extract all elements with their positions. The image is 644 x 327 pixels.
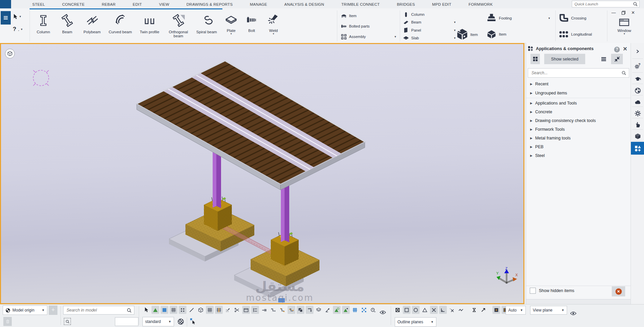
expand-triangle-icon[interactable]: ▶ [530,128,532,131]
expand-panel-button[interactable] [631,46,644,57]
select-grid-icon[interactable] [170,306,177,314]
tree-item-metal-framing[interactable]: ▶Metal framing tools [526,134,631,142]
ribbon-button-spiral-beam[interactable]: Spiral beam [193,10,220,42]
ribbon-row-longitudinal[interactable]: Longitudinal [559,28,606,41]
ribbon-row-crossing[interactable]: Crossing [559,12,606,25]
close-icon[interactable]: ✕ [623,46,627,52]
plane-x-dashed-icon[interactable] [448,306,456,314]
expand-triangle-icon[interactable]: ▶ [530,82,532,86]
wait-indicator-icon[interactable] [470,306,478,314]
snap-override-icon[interactable] [177,318,184,325]
show-hidden-checkbox[interactable] [530,288,536,294]
settings-tab[interactable] [631,108,644,119]
tree-item-ungrouped[interactable]: ▶Ungrouped items [526,89,631,97]
select-parts-icon[interactable] [152,306,159,314]
tree-item-steel[interactable]: ▶Steel [526,151,631,160]
select-by-search-icon[interactable] [64,318,71,325]
tab-manage[interactable]: MANAGE [249,2,269,6]
snap-lines-icon[interactable] [251,306,259,314]
expand-triangle-icon[interactable]: ▶ [530,101,532,105]
phase-field[interactable] [115,317,138,326]
cloud-tab[interactable] [631,96,644,108]
ribbon-button-plate[interactable]: Plate ▾ [220,10,242,42]
standard-dropdown[interactable]: standard ▼ [142,317,174,326]
select-area-icon[interactable] [161,306,168,314]
panel-menu-button[interactable] [599,54,608,64]
snap-corner-icon[interactable] [297,306,304,314]
expand-triangle-icon[interactable]: ▶ [530,145,532,149]
auto-dropdown[interactable]: Auto ▼ [506,306,526,315]
tab-edit[interactable]: EDIT [131,2,143,6]
ribbon-row-concrete-beam[interactable]: Beam ▾ [403,18,457,26]
snap-perpendicular-icon[interactable] [306,306,313,314]
snap-view-icon[interactable] [242,306,250,314]
tree-item-concrete[interactable]: ▶Concrete [526,108,631,116]
snap-grid-reference-icon[interactable] [215,306,223,314]
ribbon-button-column[interactable]: Column [31,10,56,42]
ribbon-button-bolt[interactable]: Bolt [242,10,261,42]
ribbon-row-footing[interactable]: Footing ▾ [486,12,552,25]
close-button[interactable]: ✕ [631,10,635,15]
tab-concrete[interactable]: CONCRETE [61,2,86,6]
outline-planes-dropdown[interactable]: Outline planes ▼ [395,317,436,327]
ribbon-row-concrete-panel[interactable]: Panel ▾ [403,27,457,34]
help-settings-tab[interactable]: ? [631,60,644,72]
panel-view-mode-button[interactable] [530,54,540,64]
snap-bolts-icon[interactable] [260,306,268,314]
add-origin-button[interactable]: + [49,305,57,315]
help-icon[interactable]: ? [614,47,620,52]
expand-triangle-icon[interactable]: ▶ [530,119,532,122]
tab-drawings-reports[interactable]: DRAWINGS & REPORTS [185,2,234,6]
select-solid-icon[interactable] [197,306,205,314]
tab-trimble-connect[interactable]: TRIMBLE CONNECT [340,2,381,6]
expand-triangle-icon[interactable]: ▶ [530,136,532,140]
collapse-panel-button[interactable] [611,54,623,64]
app-menu-button[interactable] [1,11,11,25]
snap-any-point-icon[interactable] [342,306,350,314]
ribbon-button-weld[interactable]: Weld ▾ [261,10,286,42]
ribbon-button-curved-beam[interactable]: Curved beam [105,10,135,42]
plane-triangle-icon[interactable] [421,306,429,314]
plane-zigzag-icon[interactable] [457,306,465,314]
view-cube-button[interactable] [5,49,15,58]
snap-segment-mid-icon[interactable] [278,306,286,314]
plane-corner-icon[interactable] [439,306,447,314]
ortho-toggle-icon[interactable] [394,306,401,314]
applications-components-tab-active[interactable] [631,142,644,155]
snap-angle-icon[interactable] [324,306,332,314]
plane-cross-icon[interactable] [430,306,438,314]
tab-steel[interactable]: STEEL [31,2,46,6]
ribbon-button-concrete-item[interactable]: Item [456,29,478,41]
ribbon-button-polybeam[interactable]: Polybeam [79,10,105,42]
snap-grid-plane-icon[interactable] [351,306,359,314]
visibility-eye-icon[interactable] [570,311,576,316]
select-cursor-icon[interactable] [142,306,150,314]
plane-circle-icon[interactable] [412,306,420,314]
online-service-tab[interactable] [631,85,644,96]
snap-grid-icon[interactable] [206,306,214,314]
snap-cut-plane-icon[interactable] [233,306,241,314]
app-logo[interactable] [0,0,11,8]
model-viewport[interactable]: Z Y X مستقل mostaqi.com [0,43,524,304]
tab-mpd-edit[interactable]: MPD EDIT [431,2,453,6]
ribbon-button-orthogonal-beam[interactable]: Orthogonal beam [164,10,193,42]
ribbon-row-bolted-parts[interactable]: Bolted parts [341,22,397,31]
clear-filter-button[interactable]: ✕ [612,286,625,296]
ribbon-row-assembly[interactable]: Assembly ▾ [341,32,397,41]
snap-free-icon[interactable] [224,306,232,314]
expand-triangle-icon[interactable]: ▶ [530,154,532,157]
tree-item-peb[interactable]: ▶PEB [526,142,631,151]
model-views-tab[interactable] [631,130,644,142]
minimize-button[interactable]: — [611,10,616,15]
ribbon-row-item[interactable]: Item [341,11,397,21]
tab-rebar[interactable]: REBAR [100,2,117,6]
column-member-1[interactable] [213,148,221,208]
snap-segment-end-icon[interactable] [288,306,295,314]
snap-reference-point-icon[interactable] [333,306,341,314]
visibility-eye-icon[interactable] [380,310,386,315]
ribbon-row-concrete-slab[interactable]: Slab ▾ [403,34,457,42]
tree-item-applications-tools[interactable]: ▶Applications and Tools [526,99,631,108]
restore-button[interactable] [621,11,626,15]
view-plane-dropdown[interactable]: View plane ▼ [530,306,567,315]
column-member-2[interactable] [281,182,289,242]
